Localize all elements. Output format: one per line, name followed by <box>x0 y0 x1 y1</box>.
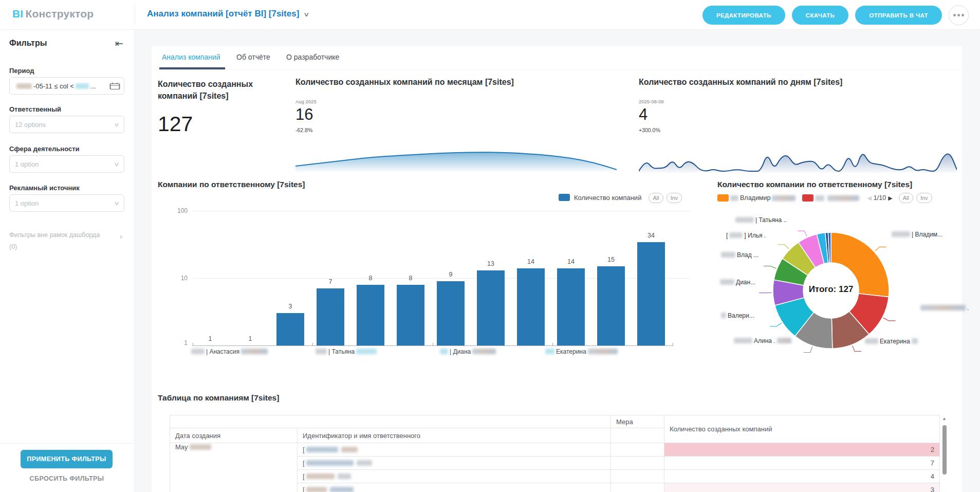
table-scrollbar[interactable]: ▲ <box>941 415 948 492</box>
bar[interactable] <box>517 268 545 345</box>
donut-chart-title: Количество компании по ответственному [7… <box>717 180 912 189</box>
responsible-cell: [ <box>298 483 611 492</box>
bar-value-label: 13 <box>477 260 505 267</box>
bar-value-label: 9 <box>437 271 465 278</box>
chevron-down-icon: ∨ <box>114 161 120 168</box>
scrollbar-thumb[interactable] <box>942 425 947 475</box>
report-title[interactable]: Анализ компаний [отчёт BI] [7sites]∨ <box>147 9 309 19</box>
ad-source-value: 1 option <box>15 199 39 207</box>
header-empty-cell <box>611 428 664 443</box>
select-all-button[interactable]: All <box>899 193 913 203</box>
donut-label-vladim: | Владим... <box>890 231 942 238</box>
bar[interactable] <box>317 288 344 345</box>
table-title: Таблица по компаниям [7sites] <box>158 393 279 403</box>
activity-label: Сфера деятельности <box>9 145 80 153</box>
bar-value-label: 14 <box>557 258 585 265</box>
legend-swatch <box>802 194 813 202</box>
invert-selection-button[interactable]: Inv <box>916 193 932 203</box>
donut-label-dian: Диан... <box>718 279 755 286</box>
collapse-sidebar-icon[interactable]: ⇤ <box>115 38 123 49</box>
header-empty-cell <box>170 415 611 428</box>
table-row[interactable]: May [ 2 <box>170 443 940 457</box>
period-input[interactable]: -05-11 ≤ col <... <box>9 77 124 95</box>
outer-filters-link[interactable]: Фильтры вне рамок дашборда › <box>9 231 124 239</box>
scroll-up-icon[interactable]: ▲ <box>942 416 947 421</box>
period-label: Период <box>9 67 34 75</box>
more-options-button[interactable] <box>949 5 969 25</box>
tab-about-developer[interactable]: О разработчике <box>286 53 339 61</box>
period-value: -05-11 ≤ col <... <box>15 82 96 90</box>
bar[interactable] <box>397 285 424 345</box>
monthly-sparkline-chart <box>295 151 617 171</box>
bar-value-label: 1 <box>236 335 264 342</box>
bar-value-label: 7 <box>317 278 344 285</box>
donut-leader-line <box>778 245 789 249</box>
bar[interactable] <box>557 268 585 345</box>
donut-label-vlad: Влад ... <box>719 251 759 259</box>
select-all-button[interactable]: All <box>649 193 663 203</box>
ellipsis-icon <box>953 14 956 16</box>
x-axis-label: | Татьяна <box>314 348 378 355</box>
bar[interactable] <box>637 242 665 345</box>
x-axis-label: | Анастасия <box>190 348 269 355</box>
bar[interactable] <box>477 270 505 345</box>
reset-filters-button[interactable]: СБРОСИТЬ ФИЛЬТРЫ <box>0 475 134 483</box>
count-cell: 4 <box>664 470 940 483</box>
invert-selection-button[interactable]: Inv <box>667 193 682 203</box>
responsible-value: 12 options <box>15 121 46 129</box>
page-indicator: 1/10 <box>874 194 886 202</box>
page-next-button[interactable]: ▶ <box>888 195 892 202</box>
companies-table: Мера Количество созданных компаний Дата … <box>170 415 940 492</box>
count-cell: 2 <box>664 443 940 457</box>
bar[interactable] <box>437 281 465 345</box>
bar-value-label: 1 <box>196 335 224 342</box>
y-axis-tick: 100 <box>168 207 188 214</box>
filters-title: Фильтры <box>9 39 47 48</box>
bar[interactable] <box>357 285 384 345</box>
measure-cell <box>611 443 664 457</box>
donut-leader-line <box>804 347 812 352</box>
tabs-row: Анализ компаний Об отчёте О разработчике <box>152 49 962 70</box>
filters-sidebar: Фильтры ⇤ Период -05-11 ≤ col <... Ответ… <box>0 29 134 492</box>
donut-leader-line <box>764 266 776 268</box>
topbar: BIКонструктор Анализ компаний [отчёт BI]… <box>0 0 980 30</box>
responsible-cell: [ <box>298 470 611 483</box>
responsible-select[interactable]: 12 options ∨ <box>9 116 124 133</box>
ad-source-select[interactable]: 1 option ∨ <box>9 194 124 212</box>
logo-name: Конструктор <box>25 8 94 20</box>
donut-label-ilya: [] Илья . <box>726 232 766 239</box>
chevron-down-icon[interactable]: ∨ <box>304 11 310 18</box>
page-prev-button[interactable]: ◀ <box>867 195 871 202</box>
responsible-cell: [ <box>298 457 611 470</box>
divider <box>135 5 135 25</box>
donut-leader-line <box>853 345 861 351</box>
apply-filters-button[interactable]: ПРИМЕНИТЬ ФИЛЬТРЫ <box>21 450 113 468</box>
edit-button[interactable]: РЕДАКТИРОВАТЬ <box>702 6 785 25</box>
count-cell: 7 <box>664 457 940 470</box>
responsible-label: Ответственный <box>9 105 61 113</box>
ad-source-label: Рекламный источник <box>9 184 80 192</box>
kpi-total-title: Количество созданных компаний [7sites] <box>158 78 286 102</box>
bar-value-label: 3 <box>276 303 304 310</box>
donut-leader-line <box>875 247 886 251</box>
donut-legend: Владимир ◀ 1/10 ▶ All Inv <box>717 193 932 203</box>
legend-label: Количество компаний <box>574 194 641 202</box>
download-button[interactable]: СКАЧАТЬ <box>792 6 849 25</box>
x-axis-label: Екатерина <box>544 348 619 355</box>
kpi-daily-title: Количество созданных компаний по дням [7… <box>639 76 842 88</box>
activity-select[interactable]: 1 option ∨ <box>9 155 124 173</box>
send-to-chat-button[interactable]: ОТПРАВИТЬ В ЧАТ <box>855 6 942 25</box>
kpi-monthly-period: Aug 2025 <box>295 99 317 104</box>
page: BIКонструктор Анализ компаний [отчёт BI]… <box>0 0 980 492</box>
bar-chart-plot: | Анастасия | Татьяна | Диана Екатерина … <box>193 206 673 345</box>
date-column-header: Дата создания <box>170 428 298 443</box>
bar[interactable] <box>597 266 625 345</box>
donut-leader-line <box>770 323 782 326</box>
tab-about-report[interactable]: Об отчёте <box>236 53 270 61</box>
bar[interactable] <box>276 313 304 345</box>
bar-value-label: 34 <box>637 232 665 239</box>
tab-analysis[interactable]: Анализ компаний <box>162 53 220 61</box>
count-cell: 3 <box>664 483 940 492</box>
date-cell: May <box>170 443 298 492</box>
donut-label-blurred: . <box>919 304 969 312</box>
